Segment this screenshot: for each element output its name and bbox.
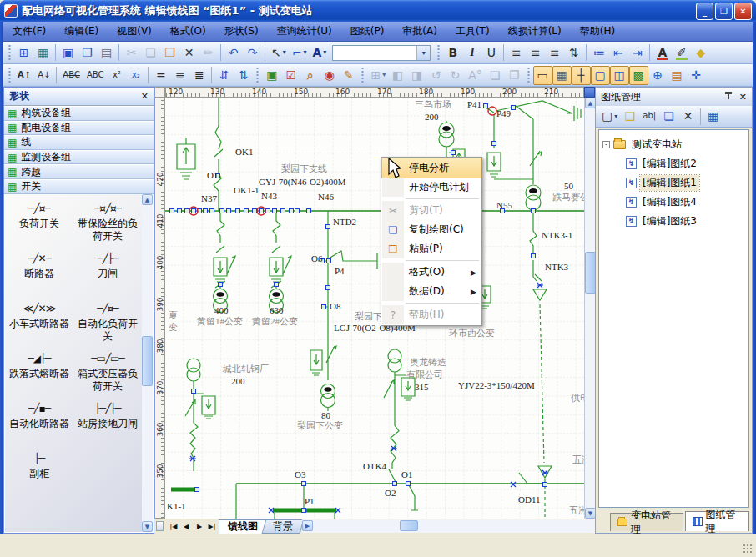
increase-indent-button[interactable]: ⇥ bbox=[627, 43, 647, 63]
scroll-right-icon[interactable]: ▶ bbox=[302, 520, 313, 531]
stencil-item[interactable]: ─╱├─刀闸 bbox=[73, 251, 142, 301]
menu-item-2[interactable]: 编辑(E) bbox=[55, 22, 108, 41]
toggle-color-scheme-button[interactable]: ▩ bbox=[629, 66, 648, 85]
rename-sheet-button[interactable]: ab| bbox=[639, 107, 659, 126]
line-spacing-1-button[interactable]: = bbox=[151, 66, 170, 85]
stencil-item[interactable]: ─╱✕─断路器 bbox=[5, 251, 73, 301]
nav-previous-button[interactable]: ◀ bbox=[179, 519, 192, 534]
pan-zoom-button[interactable]: ⊕ bbox=[648, 66, 668, 85]
line-spacing-2-button[interactable]: ≣ bbox=[189, 66, 209, 85]
nav-last-button[interactable]: ▶❘ bbox=[205, 519, 219, 534]
nav-next-button[interactable]: ▶ bbox=[192, 519, 205, 534]
stencil-item[interactable]: ≪╱✕≫小车式断路器 bbox=[5, 301, 73, 351]
toggle-page-breaks-button[interactable]: ◫ bbox=[610, 66, 629, 85]
no-strikethrough-button[interactable]: ABC bbox=[83, 66, 108, 85]
tab-substation-management[interactable]: 变电站管理 bbox=[610, 513, 683, 531]
menu-copy-drawing[interactable]: ❏复制绘图(C) bbox=[382, 220, 481, 239]
tree-sheet-item[interactable]: ↯[编辑]图纸4 bbox=[626, 193, 747, 212]
scroll-up-icon[interactable]: ▲ bbox=[142, 194, 153, 205]
stencil-item[interactable]: ├─╱├─站房接地刀闸 bbox=[73, 401, 142, 451]
menu-item-3[interactable]: 视图(V) bbox=[108, 22, 161, 41]
line-spacing-15-button[interactable]: ≡ bbox=[170, 66, 189, 85]
undo-button[interactable]: ↶ bbox=[224, 43, 243, 63]
menu-paste[interactable]: ❒粘贴(P) bbox=[382, 239, 481, 258]
delete-sheet-button[interactable]: ✕ bbox=[678, 107, 698, 126]
toggle-ruler-button[interactable]: ▭ bbox=[533, 66, 552, 85]
open-sheet-button[interactable]: ❑ bbox=[620, 107, 639, 126]
connection-tool-button[interactable]: ✛ bbox=[687, 66, 706, 85]
new-sheet-button[interactable]: ▢▾ bbox=[598, 107, 620, 126]
tree-expander-icon[interactable]: - bbox=[602, 141, 610, 148]
print-button[interactable]: ▤ bbox=[97, 43, 116, 63]
new-drawing-button[interactable]: ⊞ bbox=[14, 43, 33, 63]
strikethrough-button[interactable]: ABC bbox=[59, 66, 83, 85]
stamp-button[interactable]: ◉ bbox=[320, 66, 339, 85]
stencil-item[interactable]: ─▭╱▭─箱式变压器负荷开关 bbox=[73, 351, 142, 401]
properties-button[interactable]: ▤ bbox=[668, 66, 687, 85]
close-icon[interactable]: ✕ bbox=[141, 91, 149, 102]
stencil-item[interactable]: ─◢├─跌落式熔断器 bbox=[5, 351, 73, 401]
scrollbar-thumb[interactable] bbox=[400, 520, 418, 531]
connector-tool-button[interactable]: ⌐▾ bbox=[289, 43, 310, 63]
scroll-down-icon[interactable]: ▼ bbox=[142, 521, 153, 532]
stencil-item[interactable]: ─╱¤─负荷开关 bbox=[5, 201, 73, 251]
tab-sheet-management[interactable]: 图纸管理 bbox=[685, 511, 749, 531]
tree-sheet-item[interactable]: ↯[编辑]图纸2 bbox=[626, 154, 747, 173]
menu-data[interactable]: 数据(D)▶ bbox=[382, 282, 481, 301]
shape-group-1[interactable]: ▦构筑设备组 bbox=[4, 106, 154, 121]
close-button[interactable]: ✕ bbox=[734, 3, 752, 20]
menu-item-10[interactable]: 线损计算(L) bbox=[499, 22, 571, 41]
stencil-item[interactable]: ─¤╱¤─带保险丝的负荷开关 bbox=[73, 201, 142, 251]
nav-first-button[interactable]: ❘◀ bbox=[165, 519, 179, 534]
menu-start-outage-plan[interactable]: 开始停电计划 bbox=[382, 178, 481, 197]
combo-dropdown-icon[interactable]: ▾ bbox=[416, 46, 430, 60]
tab-split-handle[interactable] bbox=[156, 521, 164, 531]
menu-item-8[interactable]: 审批(A) bbox=[393, 22, 446, 41]
text-tool-button[interactable]: A▾ bbox=[310, 43, 330, 63]
pin-icon[interactable] bbox=[724, 92, 733, 102]
space-after-paragraph-button[interactable]: ⇅ bbox=[234, 66, 253, 85]
canvas-corner-button[interactable] bbox=[584, 87, 595, 98]
pointer-tool-button[interactable]: ↖▾ bbox=[268, 43, 289, 63]
paste-button[interactable]: ❒ bbox=[160, 43, 179, 63]
italic-button[interactable]: I bbox=[462, 43, 481, 63]
shapes-scrollbar[interactable]: ▲ ▼ bbox=[142, 194, 153, 532]
font-name-combo[interactable]: ▾ bbox=[332, 45, 431, 61]
increase-font-button[interactable]: A↑ bbox=[14, 66, 34, 85]
stencil-item[interactable]: ─╱¤─自动化负荷开关 bbox=[73, 301, 142, 351]
shape-group-6[interactable]: ▦开关 bbox=[4, 179, 154, 194]
menu-item-7[interactable]: 图纸(P) bbox=[341, 22, 394, 41]
copy-sheet-button[interactable]: ❏ bbox=[659, 107, 678, 126]
align-right-button[interactable]: ≡ bbox=[545, 43, 564, 63]
sheet-settings-button[interactable]: ▦ bbox=[703, 107, 723, 126]
delete-button[interactable]: ✕ bbox=[179, 43, 199, 63]
space-before-paragraph-button[interactable]: ⇵ bbox=[214, 66, 234, 85]
menu-item-9[interactable]: 工具(T) bbox=[446, 22, 499, 41]
menu-format[interactable]: 格式(O)▶ bbox=[382, 263, 481, 282]
menu-item-1[interactable]: 文件(F) bbox=[3, 22, 55, 41]
save-button[interactable]: ▣ bbox=[58, 43, 78, 63]
fill-color-button[interactable]: ◆ bbox=[691, 43, 710, 63]
toggle-grid-button[interactable]: ▦ bbox=[552, 66, 572, 85]
toggle-connection-points-button[interactable]: ▢ bbox=[591, 66, 610, 85]
device-table-button[interactable]: ▦ bbox=[33, 43, 53, 63]
tree-sheet-item[interactable]: ↯[编辑]图纸1 bbox=[626, 173, 747, 193]
shape-group-2[interactable]: ▦配电设备组 bbox=[4, 121, 154, 136]
subscript-button[interactable]: x₂ bbox=[126, 66, 145, 85]
close-icon[interactable]: ✕ bbox=[739, 92, 747, 103]
scheme-monitor-button[interactable]: ▣ bbox=[262, 66, 281, 85]
print-preview-button[interactable]: ❐ bbox=[78, 43, 97, 63]
stencil-item[interactable]: ├─副柜 bbox=[5, 451, 73, 501]
vertical-text-button[interactable]: ⇅ bbox=[564, 43, 583, 63]
bold-button[interactable]: B bbox=[443, 43, 462, 63]
maximize-button[interactable]: ❐ bbox=[715, 3, 733, 20]
canvas-vertical-scrollbar[interactable]: ▲ ▼ bbox=[584, 98, 595, 519]
shape-group-5[interactable]: ▦跨越 bbox=[4, 164, 154, 179]
canvas-horizontal-scrollbar[interactable]: ◀ ▶ bbox=[302, 519, 595, 533]
superscript-button[interactable]: x² bbox=[107, 66, 126, 85]
highlight-color-button[interactable]: ✐ bbox=[672, 43, 691, 63]
toggle-guides-button[interactable]: ┼ bbox=[572, 66, 591, 85]
underline-button[interactable]: U bbox=[481, 43, 501, 63]
shape-group-4[interactable]: ▦监测设备组 bbox=[4, 150, 154, 165]
align-left-button[interactable]: ≡ bbox=[507, 43, 526, 63]
